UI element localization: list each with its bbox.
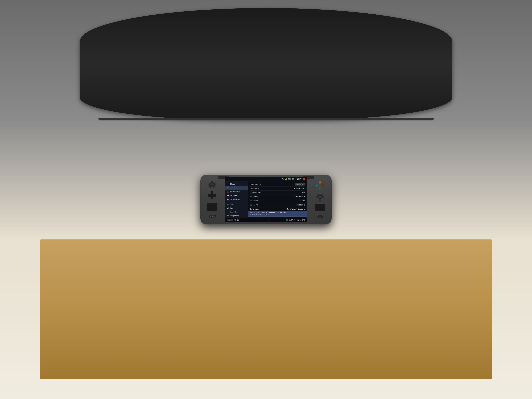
sidebar-item-controller[interactable]: 🎮 Контроллер (225, 214, 248, 218)
screen-container: 🔍 🔔 56% 10:38 (225, 177, 307, 222)
x-button[interactable]: X (316, 184, 318, 187)
sidebar-item-system[interactable]: 🖥 Система (225, 186, 248, 190)
sidebar-label-notifications: Уведомления (230, 198, 240, 200)
battery-percent: 56% (288, 178, 291, 180)
abxy-buttons: Y X B A (316, 181, 324, 190)
setting-row-controller-firmware[interactable]: Дата сборки прошивки контроллера Steam D… (248, 211, 307, 216)
os-codename-value: holo (302, 192, 305, 194)
controller-firmware-label: Дата сборки прошивки контроллера Steam D… (250, 212, 286, 214)
sidebar-label-bluetooth: Bluetooth (230, 211, 237, 213)
os-name-value: "SteamOS Holo" (294, 188, 305, 190)
brand-text: Syntech (263, 220, 270, 222)
sidebar-item-bluetooth[interactable]: ✱ Bluetooth (225, 210, 248, 214)
setting-row-kernel: Версия ядра 5.13.0-valve37-1-neptune (250, 207, 305, 211)
back-label: НАЗАД (300, 219, 305, 221)
b-button[interactable]: B (322, 184, 324, 187)
sidebar: ⚙ Общие 🖥 Система 🔒 Безопасность 📶 (225, 181, 248, 218)
steam-logo-icon (303, 178, 305, 180)
sidebar-item-general[interactable]: ⚙ Общие (225, 182, 248, 186)
steam-button[interactable]: STEAM (208, 215, 216, 218)
sidebar-label-internet: Интернет (230, 195, 237, 196)
wifi-icon: 📶 (227, 194, 229, 196)
os-build-value: 20231005.1 (297, 204, 305, 206)
os-build-label: Сборка ОС (250, 204, 258, 206)
sidebar-label-general: Общие (230, 183, 235, 185)
dot3 (321, 216, 321, 217)
right-trackpad[interactable] (315, 203, 325, 212)
speaker-icon: 🔊 (227, 207, 229, 209)
sidebar-item-security[interactable]: 🔒 Безопасность (225, 190, 248, 194)
right-stick[interactable] (317, 193, 323, 200)
setting-row-os-variant: Вариант ОС steamdeck-rc (250, 195, 305, 199)
action-back: B НАЗАД (297, 219, 305, 221)
setting-row-device-name: Имя устройства steamdeck (250, 182, 305, 187)
bottom-left: STEAM МЕНЮ (227, 219, 239, 221)
dot1 (319, 216, 319, 217)
dots-button[interactable] (317, 215, 323, 218)
os-codename-label: Кодовое имя ОС (250, 192, 262, 194)
dot2 (320, 216, 320, 217)
kernel-label: Версия ядра (250, 208, 259, 210)
sidebar-item-internet[interactable]: 📶 Интернет (225, 194, 248, 197)
sidebar-label-display: Экран (230, 203, 234, 205)
a-button-label: A (320, 188, 320, 189)
bell-icon: 🔔 (227, 198, 229, 200)
device-name-value[interactable]: steamdeck (295, 183, 305, 185)
gear-icon: ⚙ (227, 183, 229, 185)
y-button[interactable]: Y (319, 181, 321, 184)
setting-row-os-build: Сборка ОС 20231005.1 (250, 203, 305, 207)
dpad[interactable] (208, 191, 216, 199)
os-variant-value: steamdeck-rc (296, 196, 305, 198)
b-button-indicator: B (297, 219, 299, 221)
steam-tag: STEAM (227, 219, 233, 221)
menu-label: МЕНЮ (234, 219, 239, 221)
battery-bar (292, 178, 296, 180)
os-version-value: 3.4.11 (301, 200, 305, 202)
action-select: A ВЫБРАТЬ (286, 219, 296, 221)
carrying-case (80, 8, 452, 120)
sidebar-label-security: Безопасность (230, 191, 240, 192)
sidebar-label-sound: Звук (230, 207, 233, 209)
a-button[interactable]: A (319, 187, 321, 190)
settings-panel: Имя устройства steamdeck Название ОС "St… (248, 181, 307, 218)
b-button-label: B (323, 185, 323, 186)
left-controls: STEAM (203, 179, 222, 220)
battery-fill (292, 178, 294, 179)
setting-row-os-codename: Кодовое имя ОС holo (250, 191, 305, 195)
cardboard-box (40, 240, 492, 379)
sidebar-label-system: Система (230, 187, 236, 189)
steam-deck-device: STEAM 🔍 🔔 56% 10:38 (200, 175, 332, 224)
main-content: ⚙ Общие 🖥 Система 🔒 Безопасность 📶 (225, 181, 307, 218)
display-icon: 🖥 (227, 187, 229, 189)
os-variant-label: Вариант ОС (250, 196, 259, 198)
device-name-label: Имя устройства (250, 184, 261, 185)
sidebar-item-display[interactable]: 🖥 Экран (225, 203, 248, 206)
sidebar-item-notifications[interactable]: 🔔 Уведомления (225, 197, 248, 201)
dpad-vertical (211, 191, 213, 199)
setting-row-serial: Серийный номер Steam Deck FVAA23812FFA (250, 216, 305, 218)
time-display: 10:38 (297, 178, 302, 180)
bottom-right: A ВЫБРАТЬ B НАЗАД (286, 219, 305, 221)
gamepad-icon: 🎮 (227, 215, 229, 217)
bluetooth-icon: ✱ (227, 211, 229, 213)
os-name-label: Название ОС (250, 188, 260, 190)
setting-row-os-version: Версия ОС 3.4.11 (250, 199, 305, 203)
steam-button-label: STEAM (210, 216, 214, 217)
status-bar: 🔍 🔔 56% 10:38 (225, 177, 307, 181)
scene: STEAM 🔍 🔔 56% 10:38 (0, 0, 532, 399)
right-controls: Y X B A (310, 179, 329, 220)
controller-firmware-value: вт, 22 нояб. 8:57 UTC -08:00 (250, 214, 269, 215)
setting-row-os-name: Название ОС "SteamOS Holo" (250, 187, 305, 191)
os-version-label: Версия ОС (250, 200, 258, 202)
notification-icon: 🔔 (285, 178, 287, 180)
battery-indicator: 56% (288, 178, 296, 180)
lock-icon: 🔒 (227, 191, 229, 193)
y-button-label: Y (320, 182, 320, 183)
x-button-label: X (317, 185, 317, 186)
monitor-icon: 🖥 (227, 203, 229, 205)
left-trackpad[interactable] (207, 203, 217, 211)
left-stick[interactable] (209, 181, 215, 188)
sidebar-item-sound[interactable]: 🔊 Звук (225, 206, 248, 210)
select-label: ВЫБРАТЬ (289, 219, 296, 221)
screen: 🔍 🔔 56% 10:38 (225, 177, 307, 222)
